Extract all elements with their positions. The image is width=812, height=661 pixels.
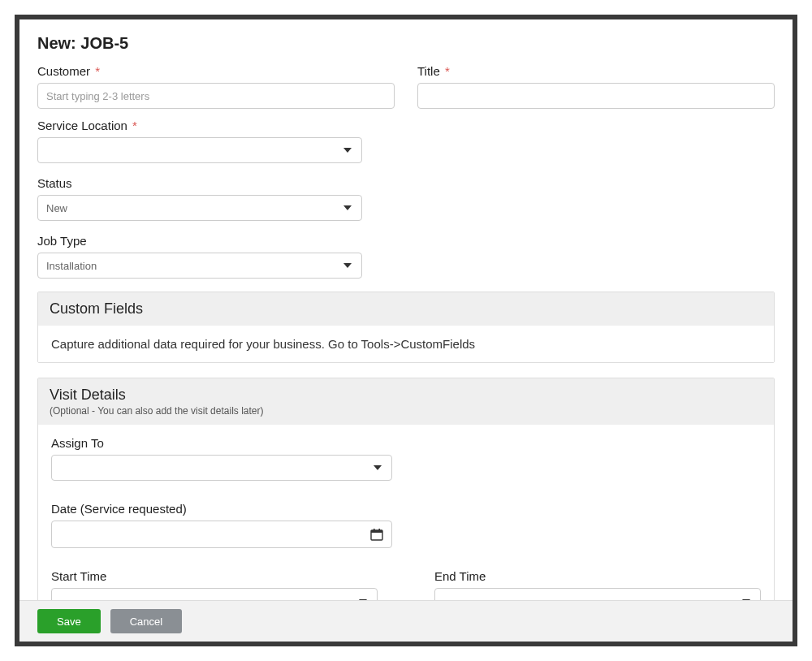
svg-rect-3	[378, 529, 380, 531]
field-status: Status New	[37, 176, 362, 221]
field-start-time: Start Time	[51, 569, 378, 600]
field-customer: Customer * Start typing 2-3 letters	[37, 64, 395, 109]
section-custom-fields: Custom Fields Capture additional data re…	[37, 292, 775, 363]
customer-label: Customer *	[37, 64, 395, 78]
row-customer-title: Customer * Start typing 2-3 letters Titl…	[37, 64, 775, 109]
field-end-time: End Time	[434, 569, 761, 600]
page-title: New: JOB-5	[37, 34, 775, 53]
status-label: Status	[37, 176, 362, 190]
title-label-text: Title	[417, 64, 440, 78]
date-input[interactable]	[51, 521, 392, 548]
field-service-location: Service Location *	[37, 119, 362, 163]
custom-fields-body: Capture additional data required for you…	[38, 326, 774, 362]
svg-rect-1	[371, 530, 382, 533]
chevron-down-icon	[343, 148, 352, 153]
visit-details-header: Visit Details (Optional - You can also a…	[38, 378, 774, 425]
required-asterisk: *	[132, 119, 137, 132]
end-time-select[interactable]	[434, 588, 761, 600]
custom-fields-header: Custom Fields	[38, 292, 774, 326]
custom-fields-heading: Custom Fields	[50, 300, 762, 318]
service-location-select[interactable]	[37, 137, 362, 163]
date-label: Date (Service requested)	[51, 502, 761, 516]
job-type-select[interactable]: Installation	[37, 253, 362, 279]
assign-to-label: Assign To	[51, 436, 761, 450]
cancel-button[interactable]: Cancel	[110, 609, 182, 633]
row-times: Start Time End Time	[51, 569, 761, 600]
visit-details-subtitle: (Optional - You can also add the visit d…	[50, 405, 762, 417]
field-job-type: Job Type Installation	[37, 234, 362, 279]
field-date: Date (Service requested)	[51, 502, 761, 548]
customer-input[interactable]: Start typing 2-3 letters	[37, 83, 395, 109]
end-time-label: End Time	[434, 569, 761, 583]
job-type-label: Job Type	[37, 234, 362, 248]
required-asterisk: *	[95, 64, 100, 78]
assign-to-select[interactable]	[51, 455, 392, 481]
save-button[interactable]: Save	[37, 609, 101, 633]
service-location-label: Service Location *	[37, 119, 362, 132]
title-label: Title *	[417, 64, 775, 78]
service-location-label-text: Service Location	[37, 119, 127, 132]
chevron-down-icon	[343, 263, 352, 268]
calendar-icon	[370, 528, 383, 541]
form-body: New: JOB-5 Customer * Start typing 2-3 l…	[19, 19, 793, 600]
status-select[interactable]: New	[37, 195, 362, 221]
chevron-down-icon	[374, 465, 382, 470]
start-time-label: Start Time	[51, 569, 378, 583]
custom-fields-hint: Capture additional data required for you…	[51, 337, 761, 351]
title-input[interactable]	[417, 83, 775, 109]
job-type-value: Installation	[46, 260, 97, 272]
section-visit-details: Visit Details (Optional - You can also a…	[37, 378, 775, 600]
start-time-select[interactable]	[51, 588, 378, 600]
app-frame: New: JOB-5 Customer * Start typing 2-3 l…	[15, 15, 797, 646]
required-asterisk: *	[445, 64, 450, 78]
chevron-down-icon	[343, 205, 352, 210]
visit-details-heading: Visit Details	[50, 387, 762, 404]
footer-bar: Save Cancel	[19, 600, 793, 642]
field-title: Title *	[417, 64, 775, 109]
visit-details-body: Assign To Date (Service requested)	[38, 425, 774, 600]
status-value: New	[46, 202, 67, 214]
field-assign-to: Assign To	[51, 436, 761, 481]
svg-rect-2	[374, 529, 375, 531]
customer-label-text: Customer	[37, 64, 90, 78]
